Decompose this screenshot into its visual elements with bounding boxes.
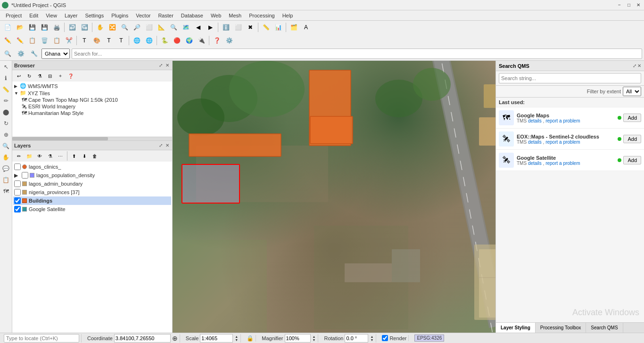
tab-layer-styling[interactable]: Layer Styling [496,323,536,333]
scale-input[interactable] [200,334,233,343]
menu-plugins[interactable]: Plugins [107,12,132,19]
statistics-button[interactable]: 📊 [272,22,284,33]
layer-item-lagos-clinics[interactable]: lagos_clinics_ [13,163,171,171]
rotation-down-button[interactable]: ▼ [370,338,374,342]
measure-icon[interactable]: 📏 [1,84,11,95]
browser-float-button[interactable]: ⤢ [158,63,164,68]
browser-refresh-button[interactable]: ↻ [25,71,34,81]
menu-edit[interactable]: Edit [25,12,42,19]
pan-map-button[interactable]: ✋ [94,22,106,33]
save-as-button[interactable]: 💾 [39,22,50,33]
qms-service-google-maps[interactable]: 🗺 Google Maps TMS details , report a pro… [496,107,644,129]
qms-close-button[interactable]: ✕ [637,63,641,68]
google-sat-add-button[interactable]: Add [623,156,641,164]
open-project-button[interactable]: 📂 [14,22,25,33]
layers-close-button[interactable]: ✕ [165,143,170,148]
lock-icon[interactable]: 🔒 [247,335,254,342]
node-icon[interactable]: ⬤ [1,107,11,117]
zoom-to-extent-button[interactable]: 🗺️ [180,22,191,33]
zoom-to-selection-button[interactable]: 📐 [156,22,167,33]
menu-settings[interactable]: Settings [81,12,107,19]
layer-checkbox-lagos-clinics[interactable] [14,163,21,170]
tab-search-qms[interactable]: Search QMS [586,323,623,333]
3d-icon[interactable]: 🗺 [1,186,11,196]
edit-attribute-button[interactable]: 📋 [26,35,38,46]
browser-add-layer-button[interactable]: ＋ [56,71,65,81]
browser-close-button[interactable]: ✕ [165,63,170,68]
magnifier-down-button[interactable]: ▼ [312,338,316,342]
layers-move-up-button[interactable]: ⬇ [80,151,89,161]
zoom-out-button[interactable]: 🔎 [131,22,142,33]
redo-button[interactable]: ↪️ [79,22,90,33]
search-input[interactable] [72,49,642,59]
python-button[interactable]: 🐍 [159,35,170,46]
layer-item-nigeria-prov[interactable]: nigeria_provinces [37] [13,188,171,196]
menu-database[interactable]: Database [177,12,207,19]
qms-service-google-sat[interactable]: 🛰 Google Satellite TMS details , report … [496,150,644,171]
pan-icon[interactable]: ✋ [1,152,11,163]
annotation-icon[interactable]: 💬 [1,163,11,174]
new-project-button[interactable]: 📄 [2,22,13,33]
tab-processing-toolbox[interactable]: Processing Toolbox [536,323,586,333]
identify-button[interactable]: ℹ️ [220,22,231,33]
print-button[interactable]: 🖨️ [51,22,62,33]
locator-type-button[interactable]: 🔍 [2,48,13,59]
measure-button[interactable]: 📏 [260,22,272,33]
qms-float-button[interactable]: ⤢ [633,63,636,68]
layer-checkbox-lagos-admin[interactable] [14,180,21,187]
magnifier-input[interactable] [285,334,311,343]
select-features-icon[interactable]: ↖ [1,62,11,72]
locate-input[interactable] [4,334,79,343]
maximize-button[interactable]: □ [625,1,633,9]
eox-details-link[interactable]: details [528,139,542,145]
epsg-badge[interactable]: EPSG:4326 [414,335,444,342]
minimize-button[interactable]: − [616,1,623,9]
scale-up-button[interactable]: ▲ [234,335,239,338]
split-button[interactable]: ✂️ [63,35,74,46]
layers-add-group-button[interactable]: 📁 [25,151,34,161]
undo-button[interactable]: ↩️ [66,22,78,33]
basemap-button[interactable]: 🌍 [183,35,195,46]
plugin-button[interactable]: 🔴 [171,35,182,46]
layer-checkbox-google-sat[interactable] [14,206,21,212]
identify-features-icon[interactable]: ℹ [1,73,11,83]
tree-item-esri[interactable]: 🛰 ESRI World Imagery [13,103,171,110]
tree-item-capetown[interactable]: 🗺 Cape Town Topo Map NGI 1:50k (2010 [13,97,171,103]
zoom-to-layer-button[interactable]: 🔍 [168,22,179,33]
zoom-last-button[interactable]: ◀ [192,22,204,33]
tree-item-wmswmts[interactable]: ▶ 🌐 WMS/WMTS [13,82,171,90]
tree-item-xyz[interactable]: ▼ 📁 XYZ Tiles [13,90,171,97]
zoom-icon[interactable]: 🔍 [1,141,11,151]
copy-feature-button[interactable]: 📋 [51,35,62,46]
connect-button[interactable]: 🔌 [196,35,207,46]
menu-web[interactable]: Web [207,12,225,19]
map-canvas[interactable] [173,61,495,333]
layer-item-google-sat[interactable]: Google Satellite [13,205,171,213]
menu-raster[interactable]: Raster [154,12,177,19]
rotation-up-button[interactable]: ▲ [370,335,374,338]
settings-button[interactable]: ⚙️ [223,35,235,46]
atlas-button[interactable]: 🗂️ [288,22,299,33]
scale-down-button[interactable]: ▼ [234,338,239,342]
qms-service-eox[interactable]: 🛰 EOX::Maps - Sentinel-2 cloudless TMS d… [496,129,644,150]
layer-checkbox-buildings[interactable] [14,197,21,204]
layer-checkbox-nigeria-prov[interactable] [14,189,21,196]
region-select[interactable]: Ghana [41,49,70,59]
layers-filter-button[interactable]: ⚗ [45,151,55,161]
attribute-icon[interactable]: 📋 [1,175,11,185]
select-button[interactable]: ⬜ [232,22,244,33]
browser-filter-button[interactable]: ⚗ [35,71,44,81]
browser-collapse-all-button[interactable]: ⊟ [45,71,55,81]
layers-float-button[interactable]: ⤢ [158,143,164,148]
qms-search-input[interactable] [499,73,641,83]
label-button[interactable]: T [79,35,90,46]
eox-add-button[interactable]: Add [623,135,641,143]
color-button[interactable]: 🎨 [91,35,102,46]
wms-button[interactable]: 🌐 [131,35,142,46]
help-button[interactable]: ❓ [211,35,223,46]
pan-to-selection-button[interactable]: 🔀 [107,22,118,33]
qms-filter-select[interactable]: All [623,87,641,96]
coordinate-input[interactable] [114,334,171,343]
menu-layer[interactable]: Layer [61,12,82,19]
menu-view[interactable]: View [42,12,61,19]
